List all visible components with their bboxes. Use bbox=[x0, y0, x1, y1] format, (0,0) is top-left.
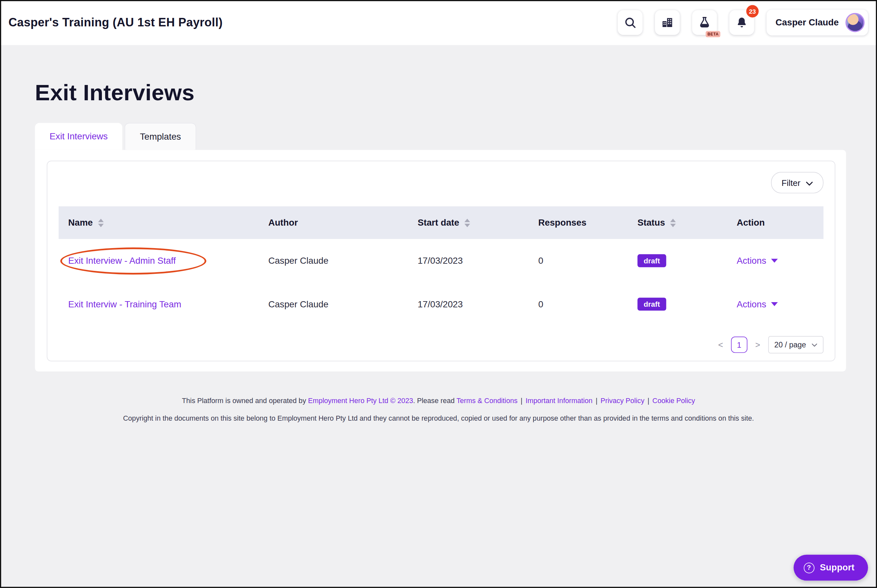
column-header-responses: Responses bbox=[529, 218, 628, 228]
column-header-label: Action bbox=[737, 218, 765, 228]
cell-author: Casper Claude bbox=[259, 299, 408, 309]
page-number-button[interactable]: 1 bbox=[731, 337, 747, 353]
column-header-label: Responses bbox=[538, 218, 586, 228]
caret-down-icon bbox=[771, 259, 778, 263]
terms-link[interactable]: Terms & Conditions bbox=[456, 397, 517, 405]
cell-name: Exit Interviw - Training Team bbox=[58, 299, 259, 309]
page-title: Exit Interviews bbox=[35, 81, 877, 104]
cell-name: Exit Interview - Admin Staff bbox=[58, 256, 259, 266]
page-size-value: 20 / page bbox=[774, 340, 806, 349]
actions-label: Actions bbox=[737, 299, 766, 309]
chevron-down-icon bbox=[806, 178, 813, 187]
separator: | bbox=[648, 397, 649, 405]
important-information-link[interactable]: Important Information bbox=[525, 397, 592, 405]
column-header-label: Name bbox=[68, 218, 93, 228]
filter-row: Filter bbox=[58, 172, 824, 194]
status-badge: draft bbox=[637, 298, 666, 311]
user-avatar bbox=[846, 13, 865, 32]
tab-templates[interactable]: Templates bbox=[125, 123, 196, 150]
pagination: < 1 > 20 / page bbox=[58, 336, 824, 354]
company-link[interactable]: Employment Hero Pty Ltd © 2023 bbox=[308, 397, 413, 405]
status-badge: draft bbox=[637, 254, 666, 267]
privacy-policy-link[interactable]: Privacy Policy bbox=[601, 397, 645, 405]
user-name: Casper Claude bbox=[775, 18, 839, 28]
separator: | bbox=[596, 397, 598, 405]
cell-start-date: 17/03/2023 bbox=[408, 299, 529, 309]
beta-features-button[interactable]: BETA bbox=[692, 10, 717, 35]
sort-icon[interactable] bbox=[98, 219, 103, 227]
footer: This Platform is owned and operated by E… bbox=[0, 398, 877, 422]
chevron-down-icon bbox=[811, 340, 817, 349]
cell-responses: 0 bbox=[529, 299, 628, 309]
filter-button[interactable]: Filter bbox=[771, 172, 824, 194]
table-row: Exit Interview - Admin Staff Casper Clau… bbox=[58, 239, 824, 282]
cell-responses: 0 bbox=[529, 256, 628, 266]
footer-line-2: Copyright in the documents on this site … bbox=[0, 414, 877, 422]
flask-icon bbox=[698, 16, 711, 29]
app-window: Casper's Training (AU 1st EH Payroll) BE… bbox=[0, 0, 877, 588]
workspace-title: Casper's Training (AU 1st EH Payroll) bbox=[9, 16, 223, 29]
column-header-author: Author bbox=[259, 218, 408, 228]
search-icon bbox=[624, 16, 637, 29]
question-mark-icon: ? bbox=[804, 562, 814, 573]
column-header-status: Status bbox=[628, 218, 727, 228]
footer-text: . Please read bbox=[413, 397, 455, 405]
caret-down-icon bbox=[771, 302, 778, 306]
notifications-button[interactable]: 23 bbox=[729, 10, 754, 35]
buildings-icon bbox=[661, 16, 674, 29]
footer-line-1: This Platform is owned and operated by E… bbox=[0, 398, 877, 405]
next-page-button[interactable]: > bbox=[754, 340, 761, 350]
cell-action: Actions bbox=[727, 299, 824, 309]
column-header-label: Author bbox=[268, 218, 298, 228]
cell-action: Actions bbox=[727, 256, 824, 266]
tab-bar: Exit Interviews Templates bbox=[35, 123, 877, 150]
cell-status: draft bbox=[628, 254, 727, 267]
column-header-label: Status bbox=[637, 218, 665, 228]
table-row: Exit Interviw - Training Team Casper Cla… bbox=[58, 282, 824, 326]
organisation-switcher-button[interactable] bbox=[655, 10, 680, 35]
sort-icon[interactable] bbox=[670, 219, 676, 227]
support-button[interactable]: ? Support bbox=[793, 555, 868, 581]
page-size-select[interactable]: 20 / page bbox=[768, 336, 823, 354]
exit-interview-link[interactable]: Exit Interviw - Training Team bbox=[68, 299, 181, 309]
cell-status: draft bbox=[628, 298, 727, 311]
search-button[interactable] bbox=[618, 10, 643, 35]
column-header-action: Action bbox=[727, 218, 824, 228]
filter-button-label: Filter bbox=[782, 178, 801, 187]
footer-text: This Platform is owned and operated by bbox=[182, 397, 306, 405]
column-header-name: Name bbox=[58, 218, 259, 228]
beta-badge: BETA bbox=[706, 31, 720, 37]
header-actions: BETA 23 Casper Claude bbox=[618, 9, 868, 36]
sort-icon[interactable] bbox=[464, 219, 470, 227]
cell-author: Casper Claude bbox=[259, 256, 408, 266]
top-header: Casper's Training (AU 1st EH Payroll) BE… bbox=[0, 0, 877, 45]
exit-interviews-card: Filter Name Author Start date bbox=[47, 160, 835, 361]
exit-interviews-panel: Filter Name Author Start date bbox=[35, 150, 846, 372]
exit-interview-link[interactable]: Exit Interview - Admin Staff bbox=[68, 256, 176, 265]
user-menu-button[interactable]: Casper Claude bbox=[767, 9, 868, 36]
actions-label: Actions bbox=[737, 256, 766, 266]
actions-dropdown[interactable]: Actions bbox=[737, 256, 778, 266]
support-label: Support bbox=[820, 562, 855, 573]
column-header-start-date: Start date bbox=[408, 218, 529, 228]
notification-count-badge: 23 bbox=[746, 5, 759, 18]
previous-page-button[interactable]: < bbox=[717, 340, 724, 350]
separator: | bbox=[520, 397, 523, 405]
actions-dropdown[interactable]: Actions bbox=[737, 299, 778, 309]
column-header-label: Start date bbox=[418, 218, 459, 228]
cookie-policy-link[interactable]: Cookie Policy bbox=[652, 397, 695, 405]
bell-icon bbox=[735, 16, 749, 29]
tab-exit-interviews[interactable]: Exit Interviews bbox=[35, 123, 122, 150]
cell-start-date: 17/03/2023 bbox=[408, 256, 529, 266]
table-header-row: Name Author Start date Responses Status bbox=[58, 206, 824, 239]
